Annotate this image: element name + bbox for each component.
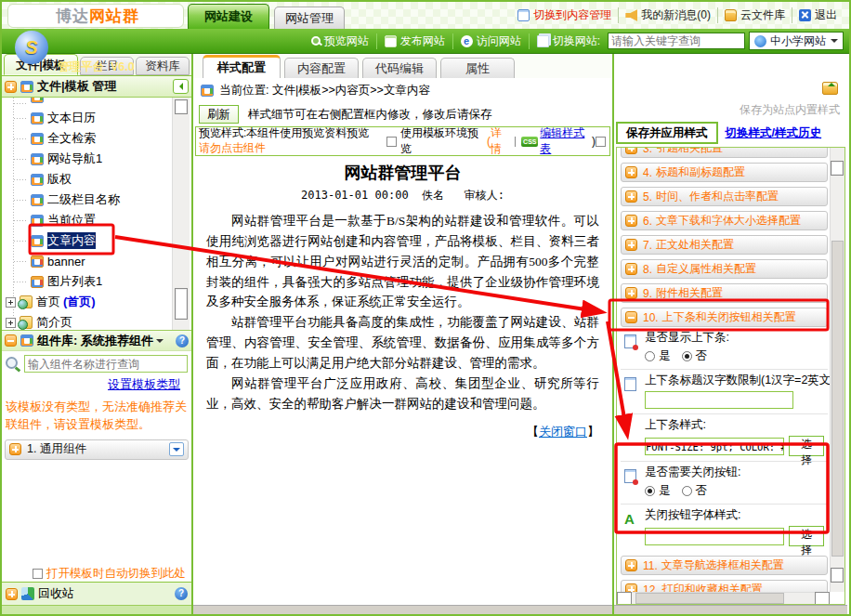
config-item-8[interactable]: 8.自定义属性相关配置 [621, 259, 828, 279]
refresh-button[interactable]: 刷新 [199, 105, 239, 124]
collapse-icon[interactable] [5, 334, 17, 347]
config-item-4[interactable]: 4.标题和副标题配置 [621, 163, 828, 182]
expand-icon[interactable] [625, 239, 637, 251]
detail-link[interactable]: 详情 [491, 125, 511, 157]
tree-item[interactable]: 图片列表1 [2, 271, 191, 292]
expand-icon[interactable] [9, 443, 21, 455]
extra-checkbox[interactable] [596, 137, 606, 147]
tree-item[interactable]: 全文检索 [2, 128, 191, 149]
site-search-input[interactable] [608, 33, 745, 49]
collapse-icon[interactable] [625, 311, 637, 323]
template-tree: 文本日历 全文检索 网站导航1 版权 二级栏目名称 当前位置 文章内容 bann… [2, 98, 191, 330]
config-item-13[interactable]: 13.微博分享相关配置 [621, 604, 828, 605]
config-item-9[interactable]: 9.附件相关配置 [621, 283, 828, 303]
panel-horizontal-scrollbar[interactable] [617, 592, 830, 604]
expand-icon[interactable] [5, 81, 17, 93]
collapse-sidebar-button[interactable] [173, 79, 189, 94]
tab-style-config[interactable]: 样式配置 [203, 55, 281, 78]
move-down-button[interactable] [169, 442, 184, 456]
tab-content-config[interactable]: 内容配置 [284, 58, 359, 78]
tab-code-edit[interactable]: 代码编辑 [362, 58, 437, 78]
expand-icon[interactable] [625, 215, 637, 227]
help-icon[interactable] [176, 334, 189, 347]
save-apply-style-button[interactable]: 保存并应用样式 [616, 122, 718, 144]
tree-item[interactable]: 当前位置 [2, 210, 191, 230]
config-item-10[interactable]: 10.上下条和关闭按钮相关配置 [621, 308, 828, 327]
tab-site-manage[interactable]: 网站管理 [274, 7, 345, 29]
preview-site-button[interactable]: 预览网站 [304, 33, 376, 49]
show-prevnext-no-radio[interactable] [682, 351, 692, 361]
need-close-label: 是否需要关闭按钮: [645, 465, 824, 480]
config-item-5[interactable]: 5.时间、作者和点击率配置 [621, 187, 828, 206]
auto-switch-checkbox[interactable] [33, 569, 43, 579]
expand-icon[interactable] [625, 166, 637, 178]
tree-item-intro-page[interactable]: 简介页 [2, 312, 191, 330]
expand-icon[interactable] [625, 147, 637, 154]
set-template-type-link[interactable]: 设置模板类型 [108, 377, 180, 391]
config-item-11[interactable]: 11.文章导航选择框相关配置 [621, 556, 828, 575]
expand-icon[interactable] [625, 287, 637, 299]
tab-attributes[interactable]: 属性 [440, 58, 515, 78]
exit-link[interactable]: 退出 [792, 7, 844, 23]
expand-icon[interactable] [6, 318, 16, 328]
component-search-input[interactable] [24, 355, 188, 373]
folder-up-icon[interactable] [822, 82, 838, 95]
tree-item[interactable]: 文本日历 [2, 108, 191, 128]
scroll-thumb[interactable] [175, 288, 188, 320]
config-item-6[interactable]: 6.文章下载和字体大小选择配置 [621, 211, 828, 230]
scroll-thumb[interactable] [635, 593, 784, 604]
component-group-general[interactable]: 1. 通用组件 [5, 439, 189, 460]
recycle-bin-bar[interactable]: 回收站 [2, 582, 191, 605]
expand-icon[interactable] [6, 297, 16, 308]
need-close-yes-radio[interactable] [645, 486, 655, 496]
scroll-up-button[interactable] [175, 99, 188, 114]
tree-item-article-content-selected[interactable]: 文章内容 [2, 230, 191, 251]
chevron-down-icon [156, 339, 164, 347]
my-messages-link[interactable]: 我的新消息(0) [618, 7, 717, 23]
tree-item-clipped[interactable] [2, 98, 191, 108]
cloud-library-link[interactable]: 云文件库 [717, 7, 792, 23]
need-close-no-radio[interactable] [682, 486, 692, 496]
visit-site-button[interactable]: 访问网站 [452, 33, 529, 49]
component-library-header[interactable]: 组件库: 系统推荐组件 [2, 330, 191, 351]
choose-close-font-button[interactable]: 选择 [789, 526, 824, 546]
site-selector[interactable]: 中小学网站 [749, 32, 844, 50]
sidebar-tab-library[interactable]: 资料库 [136, 57, 190, 75]
scroll-up-button[interactable] [831, 161, 844, 176]
close-window-link[interactable]: 关闭窗口 [539, 425, 587, 439]
tree-item[interactable]: banner [2, 251, 191, 271]
tree-scrollbar[interactable] [172, 98, 190, 330]
auto-switch-option[interactable]: 打开模板时自动切换到此处 [2, 565, 191, 582]
tree-item[interactable]: 版权 [2, 169, 191, 190]
scroll-thumb[interactable] [831, 241, 844, 557]
choose-style-button[interactable]: 选择 [789, 436, 824, 456]
field-icon [624, 334, 636, 348]
expand-icon[interactable] [625, 263, 637, 275]
scroll-right-button[interactable] [815, 592, 830, 605]
browser-icon [461, 35, 473, 47]
tree-item[interactable]: 网站导航1 [2, 149, 191, 169]
switch-style-history-link[interactable]: 切换样式/样式历史 [726, 125, 821, 141]
expand-icon[interactable] [625, 190, 637, 203]
edit-stylesheet-link[interactable]: 编辑样式表 [540, 125, 592, 157]
component-icon [20, 334, 33, 347]
scroll-down-button[interactable] [831, 568, 844, 583]
prevnext-style-value[interactable]: FONT-SIZE: 9pt; COLOR: # [645, 438, 784, 455]
tree-item-home-page[interactable]: 首页 (首页) [2, 292, 191, 312]
title-limit-input[interactable] [645, 391, 793, 409]
config-item-3[interactable]: 3.引题相关配置 [621, 147, 828, 158]
tree-item[interactable]: 二级栏目名称 [2, 190, 191, 210]
config-item-7[interactable]: 7.正文处相关配置 [621, 235, 828, 255]
expand-icon[interactable] [6, 588, 18, 600]
tab-site-build[interactable]: 网站建设 [188, 4, 269, 29]
header-toolbar: S 管理平台 V6.0 预览网站 发布网站 访问网站 切换网站: 中小学网站 [2, 29, 849, 54]
show-prevnext-yes-radio[interactable] [645, 351, 655, 361]
scroll-left-button[interactable] [617, 592, 632, 605]
close-font-input[interactable] [645, 528, 784, 545]
panel-vertical-scrollbar[interactable] [830, 148, 844, 592]
env-preview-checkbox[interactable] [386, 137, 397, 147]
help-icon[interactable] [175, 587, 188, 600]
expand-icon[interactable] [625, 559, 637, 571]
switch-to-content-link[interactable]: 切换到内容管理 [511, 7, 618, 23]
publish-site-button[interactable]: 发布网站 [376, 33, 452, 49]
